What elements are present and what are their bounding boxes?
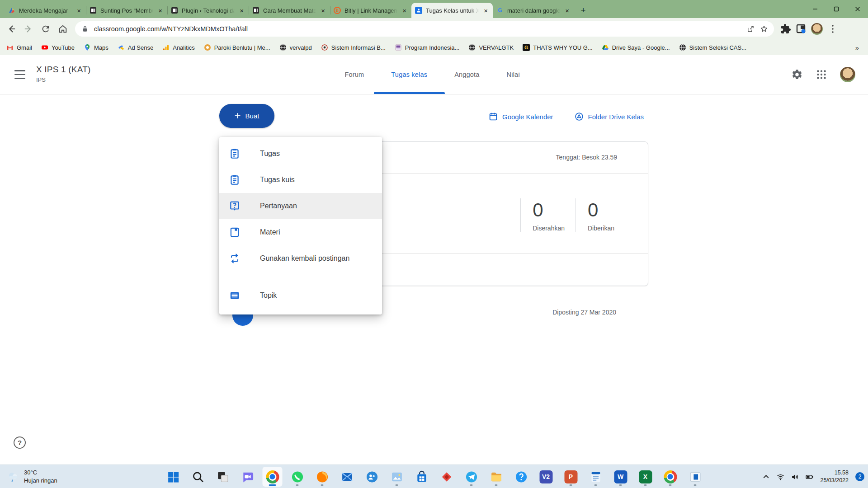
- google-calendar-link[interactable]: Google Kalender: [488, 112, 553, 122]
- paroki-icon: [204, 44, 211, 51]
- tab-tugas-kelas[interactable]: Tugas kelas: [391, 55, 427, 94]
- bookmark-paroki-benlutu[interactable]: Paroki Benlutu | Me...: [204, 44, 270, 51]
- top-links: Google Kalender Folder Drive Kelas: [488, 112, 644, 122]
- tab-forum[interactable]: Forum: [344, 55, 364, 94]
- start-button[interactable]: [163, 467, 183, 487]
- firefox-icon[interactable]: [312, 467, 332, 487]
- menu-item-tugas[interactable]: Tugas: [219, 141, 382, 167]
- tab-plugin-teknologi[interactable]: Plugin ‹ Teknologi da ×: [167, 3, 249, 18]
- bookmark-drive-saya[interactable]: Drive Saya - Google...: [602, 44, 670, 51]
- tab-close-icon[interactable]: ×: [238, 7, 245, 14]
- bookmark-program-indonesia[interactable]: Program Indonesia...: [395, 44, 460, 51]
- wifi-icon[interactable]: [777, 473, 784, 481]
- remote-window-app-icon[interactable]: [685, 467, 705, 487]
- photos-app-icon[interactable]: [387, 467, 407, 487]
- share-icon[interactable]: [746, 24, 755, 33]
- tab-nilai[interactable]: Nilai: [507, 55, 520, 94]
- account-avatar[interactable]: [840, 67, 855, 82]
- tab-close-icon[interactable]: ×: [157, 7, 164, 14]
- volume-icon[interactable]: [791, 473, 799, 481]
- reload-icon[interactable]: [38, 21, 53, 37]
- powerpoint-icon[interactable]: P: [561, 467, 581, 487]
- menu-item-materi[interactable]: Materi: [219, 219, 382, 245]
- bookmark-label: Sistem Seleksi CAS...: [689, 44, 746, 51]
- tab-title: Merdeka Mengajar: [19, 7, 72, 14]
- browser-profile-avatar[interactable]: [811, 23, 823, 35]
- task-view-icon[interactable]: [213, 467, 233, 487]
- mail-icon[interactable]: [337, 467, 357, 487]
- bookmark-vervalgtk[interactable]: VERVALGTK: [468, 44, 514, 51]
- maximize-button[interactable]: [826, 0, 847, 18]
- google-apps-grid-icon[interactable]: [816, 69, 827, 80]
- bookmark-maps[interactable]: Maps: [84, 44, 108, 51]
- bookmark-youtube[interactable]: YouTube: [41, 44, 75, 51]
- bookmark-star-icon[interactable]: [760, 24, 769, 33]
- help-button[interactable]: ?: [14, 436, 26, 449]
- bookmark-sistem-seleksi[interactable]: Sistem Seleksi CAS...: [679, 44, 746, 51]
- menu-item-topik[interactable]: Topik: [219, 282, 382, 309]
- tab-close-icon[interactable]: ×: [320, 7, 326, 14]
- menu-item-pertanyaan[interactable]: Pertanyaan: [219, 193, 382, 219]
- home-icon[interactable]: [55, 21, 71, 37]
- tab-sunting-pos[interactable]: Sunting Pos “Membua ×: [86, 3, 167, 18]
- new-tab-button[interactable]: +: [577, 4, 590, 17]
- close-button[interactable]: [847, 0, 868, 18]
- search-icon[interactable]: [188, 467, 208, 487]
- telegram-icon[interactable]: [462, 467, 481, 487]
- notes-app-icon[interactable]: [586, 467, 606, 487]
- clock-date: 25/03/2022: [820, 477, 849, 484]
- back-icon[interactable]: [4, 21, 19, 37]
- hidden-icons-chevron[interactable]: [762, 473, 770, 481]
- settings-gear-icon[interactable]: [791, 69, 803, 80]
- browser-menu-kebab-icon[interactable]: [827, 23, 838, 34]
- course-title[interactable]: X IPS 1 (KAT): [36, 65, 91, 75]
- bookmark-vervalpd[interactable]: vervalpd: [279, 44, 312, 51]
- drive-circle-icon: [574, 112, 584, 122]
- red-diamond-app-icon[interactable]: [437, 467, 457, 487]
- menu-item-tugas-kuis[interactable]: Tugas kuis: [219, 167, 382, 193]
- tab-materi-google[interactable]: G materi dalam google ×: [493, 3, 574, 18]
- minimize-button[interactable]: [804, 0, 826, 18]
- side-panel-extension-icon[interactable]: [796, 23, 807, 34]
- globe-icon: [279, 44, 287, 51]
- extensions-puzzle-icon[interactable]: [780, 23, 791, 34]
- taskbar-clock[interactable]: 15.58 25/03/2022: [820, 469, 849, 484]
- notification-count-badge[interactable]: 2: [855, 472, 864, 481]
- bookmark-gmail[interactable]: Gmail: [6, 44, 32, 51]
- file-explorer-icon[interactable]: [486, 467, 506, 487]
- forward-icon[interactable]: [21, 21, 36, 37]
- get-help-icon[interactable]: [511, 467, 531, 487]
- classroom-favicon: [415, 7, 422, 14]
- tab-bitly[interactable]: b Bitly | Link Manageme ×: [330, 3, 411, 18]
- rain-cloud-icon: [6, 470, 20, 483]
- v2-app-icon[interactable]: V2: [536, 467, 556, 487]
- tab-close-icon[interactable]: ×: [564, 7, 571, 14]
- people-icon[interactable]: [362, 467, 382, 487]
- tab-cara-membuat[interactable]: Cara Membuat Materi ×: [249, 3, 330, 18]
- tab-close-icon[interactable]: ×: [482, 7, 489, 14]
- taskbar-weather-widget[interactable]: 30°C Hujan ringan: [6, 465, 57, 488]
- tab-anggota[interactable]: Anggota: [454, 55, 479, 94]
- battery-icon[interactable]: [806, 473, 813, 481]
- tab-close-icon[interactable]: ×: [75, 7, 82, 14]
- bookmark-thats-why[interactable]: GTHATS WHY YOU G...: [523, 44, 592, 51]
- chrome-profile-icon[interactable]: [660, 467, 680, 487]
- bookmark-analytics[interactable]: Analitics: [162, 44, 194, 51]
- tab-merdeka-mengajar[interactable]: Merdeka Mengajar ×: [5, 3, 86, 18]
- bookmark-adsense[interactable]: Ad Sense: [118, 44, 153, 51]
- whatsapp-icon[interactable]: [288, 467, 307, 487]
- bookmarks-overflow-chevron[interactable]: »: [853, 44, 862, 52]
- bookmark-sistem-informasi[interactable]: Sistem Informasi B...: [321, 44, 386, 51]
- create-button[interactable]: + Buat: [219, 104, 274, 128]
- tab-tugas-kelas-active[interactable]: Tugas Kelas untuk X I ×: [411, 3, 493, 18]
- address-bar[interactable]: classroom.google.com/w/NTYzNDkxMDMxOTha/…: [75, 21, 774, 37]
- excel-icon[interactable]: X: [636, 467, 656, 487]
- tab-close-icon[interactable]: ×: [401, 7, 408, 14]
- chrome-taskbar-icon[interactable]: [263, 467, 283, 487]
- main-menu-hamburger-icon[interactable]: [14, 70, 25, 79]
- word-icon[interactable]: W: [611, 467, 631, 487]
- menu-item-gunakan-kembali[interactable]: Gunakan kembali postingan: [219, 245, 382, 272]
- chat-icon[interactable]: [238, 467, 258, 487]
- class-drive-folder-link[interactable]: Folder Drive Kelas: [574, 112, 644, 122]
- microsoft-store-icon[interactable]: [412, 467, 432, 487]
